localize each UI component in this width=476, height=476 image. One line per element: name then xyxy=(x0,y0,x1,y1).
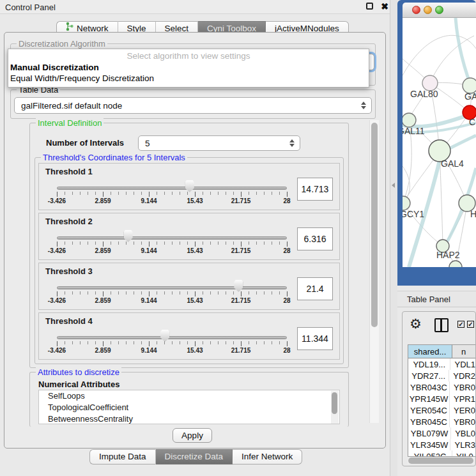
table-row[interactable]: YBR045CYBR0 xyxy=(408,416,475,427)
table-row[interactable]: YDR27...YDR2 xyxy=(408,370,475,381)
slider-track[interactable] xyxy=(57,236,287,240)
cell-shared-name[interactable]: YBL079W xyxy=(408,427,451,439)
checkbox-icon[interactable]: ✓ xyxy=(457,321,464,328)
cell-shared-name[interactable]: YDL19... xyxy=(408,358,450,370)
scrollbar-thumb[interactable] xyxy=(408,457,473,464)
cell-shared-name[interactable]: YBR043C xyxy=(408,381,450,393)
cell-shared-name[interactable]: YIL052C xyxy=(408,450,452,457)
apply-button[interactable]: Apply xyxy=(173,428,212,443)
tick-label: 2.859 xyxy=(95,297,111,304)
cell-name[interactable]: YBL0 xyxy=(451,427,475,439)
zoom-traffic-light[interactable] xyxy=(435,6,443,14)
tick-label: 9.144 xyxy=(141,347,157,354)
slider-handle[interactable] xyxy=(234,280,243,292)
threshold-panel: Threshold 1-3.4262.8599.14415.4321.71528… xyxy=(38,163,340,210)
slider-track[interactable] xyxy=(57,286,287,289)
number-of-intervals-spinner[interactable]: 5 xyxy=(138,135,300,151)
tick-mark xyxy=(72,242,73,245)
threshold-value-field[interactable]: 21.4 xyxy=(297,277,333,300)
checkbox-icon[interactable]: ✓ xyxy=(467,321,474,328)
table-row[interactable]: YIL052CYIL0 xyxy=(408,450,475,457)
slider-handle[interactable] xyxy=(160,330,169,342)
tick-mark xyxy=(164,242,165,245)
tick-mark xyxy=(287,192,288,197)
minimize-traffic-light[interactable] xyxy=(424,6,432,14)
tick-mark xyxy=(72,341,73,344)
tick-mark xyxy=(279,242,280,245)
tick-label: -3.426 xyxy=(48,297,66,304)
tick-mark xyxy=(95,242,96,245)
table-row[interactable]: YLR345WYLR3 xyxy=(408,439,475,450)
tick-mark xyxy=(187,291,188,295)
list-item[interactable]: TopologicalCoefficient xyxy=(39,402,339,413)
table-row[interactable]: YBL079WYBL0 xyxy=(408,427,475,439)
gear-icon[interactable]: ⚙ xyxy=(410,316,422,332)
tick-label: 15.43 xyxy=(187,197,203,204)
list-item[interactable]: SelfLoops xyxy=(39,390,339,402)
node-attribute-table[interactable]: shared... n YDL19...YDL1YDR27...YDR2YBR0… xyxy=(408,344,475,457)
close-traffic-light[interactable] xyxy=(412,6,420,14)
cell-name[interactable]: YLR3 xyxy=(450,439,475,450)
slider-tick-labels: -3.4262.8599.14415.4321.71528 xyxy=(57,247,287,256)
splitter-arrow-icon[interactable] xyxy=(392,183,395,188)
slider-track[interactable] xyxy=(57,187,287,190)
table-horizontal-scrollbar[interactable] xyxy=(408,457,474,464)
tick-mark xyxy=(172,291,173,295)
tab-label: Discretize Data xyxy=(165,450,224,464)
numerical-attributes-list[interactable]: SelfLoopsTopologicalCoefficientBetweenne… xyxy=(38,390,340,424)
cell-name[interactable]: YBR0 xyxy=(450,416,475,427)
tick-mark xyxy=(88,242,88,245)
tick-mark xyxy=(57,192,58,197)
cell-shared-name[interactable]: YER054C xyxy=(408,404,450,416)
cell-name[interactable]: YBR0 xyxy=(450,381,475,393)
table-data-combobox[interactable]: galFiltered.sif default node xyxy=(14,97,372,114)
float-icon[interactable] xyxy=(366,3,373,10)
network-canvas[interactable]: GAL80GACGAL11GAL4GCY1HHAP2 xyxy=(403,18,476,267)
control-panel-scrollbar[interactable] xyxy=(369,120,379,423)
tick-mark xyxy=(103,341,104,346)
table-row[interactable]: YDL19...YDL1 xyxy=(408,358,475,370)
algorithm-placeholder-option[interactable]: Select algorithm to view settings xyxy=(8,49,369,62)
threshold-value-field[interactable]: 14.713 xyxy=(297,178,333,201)
table-row[interactable]: YPR145WYPR1 xyxy=(408,393,475,404)
network-node-label: HAP2 xyxy=(436,250,460,260)
table-header-row: shared... n xyxy=(408,345,475,358)
close-icon[interactable]: ✖ xyxy=(381,1,388,12)
algorithm-option-equal-width[interactable]: Equal Width/Frequency Discretization xyxy=(8,73,369,84)
cell-name[interactable]: YIL0 xyxy=(452,450,475,457)
scrollbar-thumb[interactable] xyxy=(371,123,378,327)
cell-shared-name[interactable]: YBR045C xyxy=(408,416,450,427)
network-node-gal11[interactable] xyxy=(403,113,416,127)
cell-shared-name[interactable]: YLR345W xyxy=(408,439,450,450)
table-row[interactable]: YER054CYER0 xyxy=(408,404,475,416)
list-item[interactable]: BetweennessCentrality xyxy=(39,413,339,424)
cell-name[interactable]: YDR2 xyxy=(449,370,475,381)
column-header-shared-name[interactable]: shared... xyxy=(408,345,452,358)
table-row[interactable]: YBR043CYBR0 xyxy=(408,381,475,393)
algorithm-option-manual[interactable]: Manual Discretization xyxy=(8,62,369,73)
tick-mark xyxy=(65,291,65,295)
tab-infer-network[interactable]: Infer Network xyxy=(233,449,302,464)
cell-name[interactable]: YDL1 xyxy=(450,358,475,370)
threshold-value-field[interactable]: 11.344 xyxy=(297,327,333,350)
column-header-name[interactable]: n xyxy=(452,345,475,358)
cell-name[interactable]: YPR1 xyxy=(450,393,475,404)
slider-track[interactable] xyxy=(57,336,287,339)
tick-mark xyxy=(95,291,96,295)
cell-shared-name[interactable]: YDR27... xyxy=(408,370,449,381)
slider-handle[interactable] xyxy=(124,230,133,242)
tick-mark xyxy=(226,242,226,245)
cell-shared-name[interactable]: YPR145W xyxy=(408,393,450,404)
split-columns-icon[interactable] xyxy=(434,318,449,332)
panel-splitter[interactable] xyxy=(390,0,397,476)
tab-impute-data[interactable]: Impute Data xyxy=(89,449,156,464)
network-window-titlebar[interactable] xyxy=(403,3,476,18)
slider-handle[interactable] xyxy=(185,180,194,192)
threshold-value-field[interactable]: 6.316 xyxy=(297,227,333,250)
tab-discretize-data[interactable]: Discretize Data xyxy=(156,449,233,464)
attributes-list-scrollbar[interactable] xyxy=(331,391,339,424)
scrollbar-thumb[interactable] xyxy=(332,392,337,414)
cell-name[interactable]: YER0 xyxy=(450,404,475,416)
network-node-gcy1[interactable] xyxy=(403,196,410,210)
network-node[interactable] xyxy=(449,261,462,267)
